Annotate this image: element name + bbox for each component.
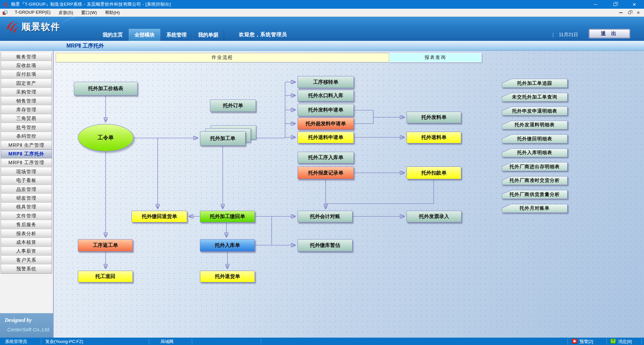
page-title: MRPⅡ 工序托外 [66, 43, 104, 50]
flow-node-issue-apply[interactable]: 托外发料申请单 [298, 104, 354, 116]
mdi-restore-button[interactable] [625, 9, 634, 17]
report-button-label: 未交托外加工单查询 [502, 93, 567, 101]
flow-node-goods-return[interactable]: 托外退货单 [200, 271, 255, 282]
report-button-3[interactable]: 托外发退料明细表 [502, 121, 568, 130]
flow-node-stockin-estimate[interactable]: 托外缴库暂估 [298, 239, 353, 252]
mdi-close-button[interactable]: ✕ [634, 9, 643, 17]
flow-node-outsource-order[interactable]: 托外订单 [210, 99, 256, 112]
menu-item-1[interactable]: 皮肤(S) [55, 9, 77, 17]
status-message[interactable]: 消息[9] [618, 339, 632, 345]
report-button-6[interactable]: 托外厂商进出存明细表 [502, 162, 568, 171]
flow-node-process-stockin[interactable]: 托外工序入库单 [298, 152, 354, 163]
sidebar-item-2[interactable]: 应付款项 [1, 70, 52, 79]
flow-node-transfer-note[interactable]: 工序移转单 [298, 76, 354, 88]
flow-node-warehouse-in[interactable]: 托外入库单 [200, 239, 255, 252]
header-tab-2[interactable]: 系统管理 [160, 29, 192, 41]
header-tab-1[interactable]: 全部模块 [128, 29, 160, 41]
sidebar-item-3[interactable]: 固定资产 [1, 79, 52, 88]
sidebar-item-13[interactable]: 现场管理 [1, 167, 52, 176]
sidebar-item-21[interactable]: 成本核算 [1, 238, 52, 247]
report-button-4[interactable]: 托外缴回明细表 [502, 134, 568, 143]
sidebar-item-18[interactable]: 文件管理 [1, 211, 52, 220]
report-button-8[interactable]: 托外厂商供货质量分析 [502, 190, 568, 199]
mdi-minimize-button[interactable] [616, 9, 625, 17]
report-button-shape: 托外厂商准时交货分析 [502, 176, 568, 185]
report-button-9[interactable]: 托外月对账单 [502, 204, 568, 213]
sidebar-item-17[interactable]: 模具管理 [1, 203, 52, 212]
flow-node-over-issue-apply[interactable]: 托外超发料申请单 [298, 118, 354, 130]
welcome-text: 欢迎您，系统管理员 [239, 31, 287, 38]
status-alert[interactable]: 预警[2] [580, 339, 593, 345]
window-minimize-button[interactable] [586, 0, 605, 9]
report-button-shape: 未交托外加工单查询 [502, 93, 568, 102]
flow-node-submit-return[interactable]: 托外缴回退货单 [131, 211, 187, 222]
sidebar-item-20[interactable]: 报表分析 [1, 229, 52, 238]
sidebar-item-22[interactable]: 人事薪资 [1, 247, 52, 256]
flow-node-price-list[interactable]: 托外加工价格表 [74, 82, 138, 95]
mdi-window-icon [3, 11, 7, 15]
sidebar-item-7[interactable]: 三角贸易 [1, 114, 52, 123]
flow-node-watergate-in[interactable]: 托外水口料入库 [298, 90, 354, 101]
status-network: 局域网 [160, 339, 173, 345]
message-icon [610, 339, 616, 344]
exit-button[interactable]: 退 出 [589, 29, 630, 38]
brand: 顺景软件 [5, 20, 60, 33]
menu-item-0[interactable]: T-GROUP ERP(E) [11, 9, 55, 17]
sidebar-item-0[interactable]: 账务管理 [1, 52, 52, 61]
sidebar-item-6[interactable]: 库存管理 [1, 105, 52, 114]
flow-node-return-apply[interactable]: 托外退料申请单 [298, 132, 354, 143]
brand-name: 顺景软件 [21, 21, 60, 33]
sidebar-footer: Designed by CenterSoft Co.,Ltd. [0, 313, 53, 338]
status-separator [568, 338, 568, 344]
window-close-button[interactable]: ✕ [625, 0, 644, 9]
sidebar-item-4[interactable]: 采购管理 [1, 88, 52, 97]
sidebar-item-1[interactable]: 应收款项 [1, 61, 52, 70]
status-separator [192, 338, 192, 344]
module-sidebar: 账务管理应收款项应付款项固定资产采购管理销售管理库存管理三角贸易批号管控条码管控… [0, 51, 54, 338]
sidebar-item-5[interactable]: 销售管理 [1, 96, 52, 106]
status-user: 系统管理员 [5, 339, 27, 345]
flow-node-process-submit[interactable]: 托外加工缴回单 [200, 211, 255, 222]
menu-item-2[interactable]: 窗口(W) [77, 9, 101, 17]
header-date: ｜11月21日 [551, 32, 578, 38]
report-button-label: 托外发退料明细表 [502, 121, 567, 129]
report-button-7[interactable]: 托外厂商准时交货分析 [502, 176, 568, 185]
sidebar-item-10[interactable]: MRPⅡ 生产管理 [1, 141, 52, 150]
flow-node-return-note[interactable]: 托外退料单 [407, 132, 461, 143]
window-restore-button[interactable] [605, 0, 625, 9]
header-tabs: 我的主页全部模块系统管理我的单据 [97, 29, 224, 41]
report-button-shape: 托外缴回明细表 [502, 134, 568, 143]
report-button-shape: 托外申发申退明细表 [502, 107, 568, 116]
sidebar-item-8[interactable]: 批号管控 [1, 123, 52, 132]
flow-node-acct-reconcile[interactable]: 托外会计对账 [298, 211, 353, 222]
flow-node-invoice-entry[interactable]: 托外发票录入 [407, 211, 462, 222]
menu-item-3[interactable]: 帮助(H) [101, 9, 124, 17]
report-button-5[interactable]: 托外入库明细表 [502, 148, 568, 157]
title-bar: 顺景『T-GROUP』制造业ERP系统 - 东莞顺景软件科技有限公司 - [系统… [0, 0, 644, 9]
report-button-2[interactable]: 托外申发申退明细表 [502, 107, 568, 116]
flow-node-rework-note[interactable]: 工序返工单 [78, 239, 133, 252]
sidebar-item-19[interactable]: 售后服务 [1, 220, 52, 229]
report-button-1[interactable]: 未交托外加工单查询 [502, 93, 568, 102]
sidebar-item-14[interactable]: 电子看板 [1, 176, 52, 185]
sidebar-item-24[interactable]: 预警系统 [1, 264, 52, 273]
sidebar-item-23[interactable]: 客户关系 [1, 256, 52, 265]
sidebar-item-11[interactable]: MRPⅡ 工序托外 [1, 149, 52, 158]
header-tab-3[interactable]: 我的单据 [192, 29, 224, 41]
flow-node-work-return[interactable]: 托工退回 [78, 271, 133, 282]
sidebar-item-12[interactable]: MRPⅡ 工序管理 [1, 158, 52, 167]
flow-node-scrap-record[interactable]: 托外报废记录单 [298, 166, 354, 179]
sidebar-item-9[interactable]: 条码管控 [1, 132, 52, 141]
status-separator [641, 338, 642, 344]
brand-logo-icon [5, 20, 19, 33]
status-separator [261, 338, 261, 344]
report-button-label: 托外缴回明细表 [502, 135, 567, 143]
flow-node-deduction-note[interactable]: 托外扣款单 [407, 166, 461, 179]
sidebar-item-15[interactable]: 品质管理 [1, 185, 52, 194]
sidebar-item-16[interactable]: 研发管理 [1, 194, 52, 203]
header-tab-0[interactable]: 我的主页 [97, 29, 128, 41]
report-button-0[interactable]: 托外加工单追踪 [502, 79, 568, 88]
flow-node-work-order[interactable]: 工令单 [78, 124, 133, 151]
flow-node-process-order[interactable]: 托外加工单 [200, 131, 246, 146]
flow-node-issue-note[interactable]: 托外发料单 [407, 112, 461, 123]
